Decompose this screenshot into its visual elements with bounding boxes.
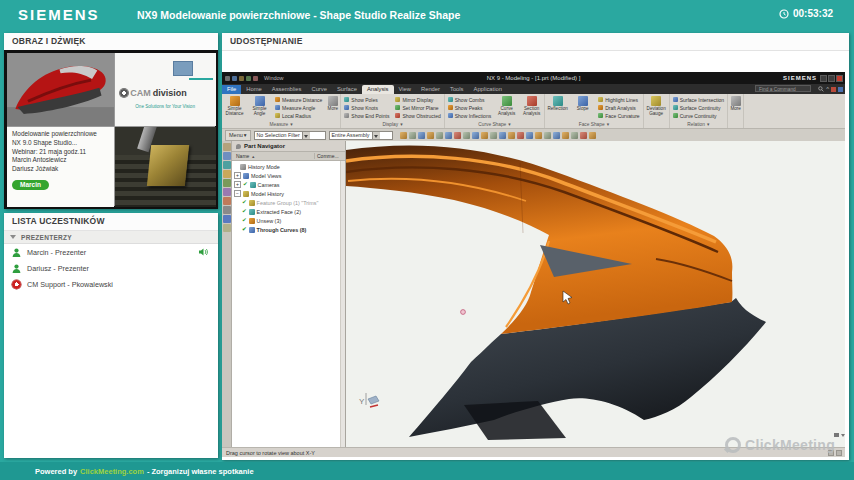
history-icon[interactable] (223, 197, 231, 205)
toolbar-icon[interactable] (499, 132, 506, 139)
reuse-library-icon[interactable] (223, 170, 231, 178)
collapse-icon[interactable] (10, 235, 16, 239)
toolbar-icon[interactable] (571, 132, 578, 139)
display-group-label[interactable]: Display▾ (341, 121, 443, 128)
manage-templates-icon[interactable] (223, 215, 231, 223)
show-inflections-item[interactable]: Show Inflections (448, 112, 491, 119)
toolbar-icon[interactable] (490, 132, 497, 139)
show-peaks-item[interactable]: Show Peaks (448, 104, 491, 111)
tree-row-extracted-face[interactable]: ✔Extracted Face (2) (232, 207, 345, 216)
tab-application[interactable]: Application (469, 85, 507, 94)
toolbar-icon[interactable] (535, 132, 542, 139)
hd3d-tools-icon[interactable] (223, 179, 231, 187)
toolbar-icon[interactable] (454, 132, 461, 139)
show-poles-item[interactable]: Show Poles (344, 96, 389, 103)
set-mirror-plane-item[interactable]: Set Mirror Plane (395, 104, 440, 111)
curve-shape-group-label[interactable]: Curve Shape▾ (445, 121, 544, 128)
toolbar-icon[interactable] (445, 132, 452, 139)
maximize-button[interactable] (828, 75, 835, 82)
toolbar-icon[interactable] (589, 132, 596, 139)
pin-icon[interactable] (236, 144, 241, 149)
toolbar-icon[interactable] (544, 132, 551, 139)
assembly-navigator-icon[interactable] (223, 143, 231, 151)
face-curvature-item[interactable]: Face Curvature (598, 112, 639, 119)
graphics-viewport[interactable]: Y (346, 141, 845, 447)
check-icon[interactable]: ✔ (242, 227, 247, 232)
show-end-points-item[interactable]: Show End Points (344, 112, 389, 119)
face-shape-group-label[interactable]: Face Shape▾ (545, 121, 642, 128)
curve-analysis-button[interactable]: Curve Analysis (494, 94, 519, 121)
part-navigator-icon[interactable] (223, 161, 231, 169)
process-studio-icon[interactable] (223, 206, 231, 214)
check-icon[interactable]: ✔ (242, 209, 247, 214)
tab-assemblies[interactable]: Assemblies (267, 85, 307, 94)
toolbar-icon[interactable] (553, 132, 560, 139)
tree-row-cameras[interactable]: +✔Cameras (232, 180, 345, 189)
deviation-gauge-button[interactable]: Deviation Gauge (644, 94, 669, 121)
reflection-button[interactable]: Reflection (545, 94, 570, 121)
presenters-group-header[interactable]: PREZENTERZY (4, 231, 218, 244)
toolbar-icon[interactable] (409, 132, 416, 139)
tab-surface[interactable]: Surface (332, 85, 362, 94)
toolbar-icon[interactable] (508, 132, 515, 139)
tree-row-history-mode[interactable]: History Mode (232, 162, 345, 171)
tab-curve[interactable]: Curve (306, 85, 331, 94)
local-radius-item[interactable]: Local Radius (275, 112, 322, 119)
minimize-button[interactable] (820, 75, 827, 82)
mirror-display-item[interactable]: Mirror Display (395, 96, 440, 103)
toolbar-icon[interactable] (427, 132, 434, 139)
toolbar-icon[interactable] (436, 132, 443, 139)
scrollbar[interactable] (340, 161, 345, 447)
measure-group-label[interactable]: Measure▾ (222, 121, 340, 128)
selection-filter-dropdown[interactable]: No Selection Filter (254, 131, 326, 140)
participant-row[interactable]: Dariusz - Prezenter (4, 260, 218, 276)
simple-distance-button[interactable]: Simple Distance (222, 94, 247, 121)
expand-icon[interactable]: + (234, 181, 241, 188)
simple-angle-button[interactable]: Simple Angle (247, 94, 272, 121)
search-icon[interactable] (818, 86, 824, 92)
tree-row-unsew[interactable]: ✔Unsew (3) (232, 216, 345, 225)
surface-continuity-item[interactable]: Surface Continuity (673, 104, 724, 111)
show-knots-item[interactable]: Show Knots (344, 104, 389, 111)
selection-scope-dropdown[interactable]: Entire Assembly (329, 131, 393, 140)
clickmeeting-link[interactable]: ClickMeeting.com (80, 467, 144, 476)
show-combs-item[interactable]: Show Combs (448, 96, 491, 103)
measure-more-button[interactable]: More (325, 94, 340, 121)
roles-icon[interactable] (831, 87, 836, 92)
check-icon[interactable]: ✔ (242, 200, 247, 205)
toolbar-icon[interactable] (517, 132, 524, 139)
ribbon-more-button[interactable]: More (728, 94, 743, 121)
point-marker[interactable] (461, 310, 466, 315)
tab-render[interactable]: Render (416, 85, 445, 94)
status-dock-icon[interactable] (836, 450, 842, 456)
participant-row[interactable]: CM Support - Pkowalewski (4, 276, 218, 292)
curve-continuity-item[interactable]: Curve Continuity (673, 112, 724, 119)
find-command-input[interactable]: Find a Command (755, 85, 811, 92)
caret-down-icon[interactable] (841, 434, 845, 437)
tab-view[interactable]: View (394, 85, 416, 94)
touch-mode-icon[interactable] (838, 87, 843, 92)
toolbar-icon[interactable] (463, 132, 470, 139)
check-icon[interactable]: ✔ (243, 182, 248, 187)
minimize-ribbon-icon[interactable]: ^ (826, 86, 829, 92)
highlight-lines-item[interactable]: Highlight Lines (598, 96, 639, 103)
column-comment[interactable]: Comme... (314, 153, 345, 159)
menu-button[interactable]: Menu▾ (225, 130, 251, 141)
check-icon[interactable]: ✔ (242, 218, 247, 223)
close-button[interactable] (836, 75, 843, 82)
toolbar-icon[interactable] (418, 132, 425, 139)
participant-row[interactable]: Marcin - Prezenter (4, 244, 218, 260)
dropdown-arrow-icon[interactable] (302, 132, 310, 139)
web-browser-icon[interactable] (223, 188, 231, 196)
column-name[interactable]: Name▲ (232, 153, 314, 159)
webcam-video[interactable]: CAMdivision One Solutions for Your Visio… (4, 50, 218, 209)
measure-distance-item[interactable]: Measure Distance (275, 96, 322, 103)
window-menu[interactable]: Window (264, 75, 284, 81)
toolbar-icon[interactable] (580, 132, 587, 139)
surface-intersection-item[interactable]: Surface Intersection (673, 96, 724, 103)
tree-row-model-history[interactable]: −Model History (232, 189, 345, 198)
measure-angle-item[interactable]: Measure Angle (275, 104, 322, 111)
toolbar-icon[interactable] (562, 132, 569, 139)
toolbar-icon[interactable] (526, 132, 533, 139)
dropdown-arrow-icon[interactable] (372, 132, 380, 139)
